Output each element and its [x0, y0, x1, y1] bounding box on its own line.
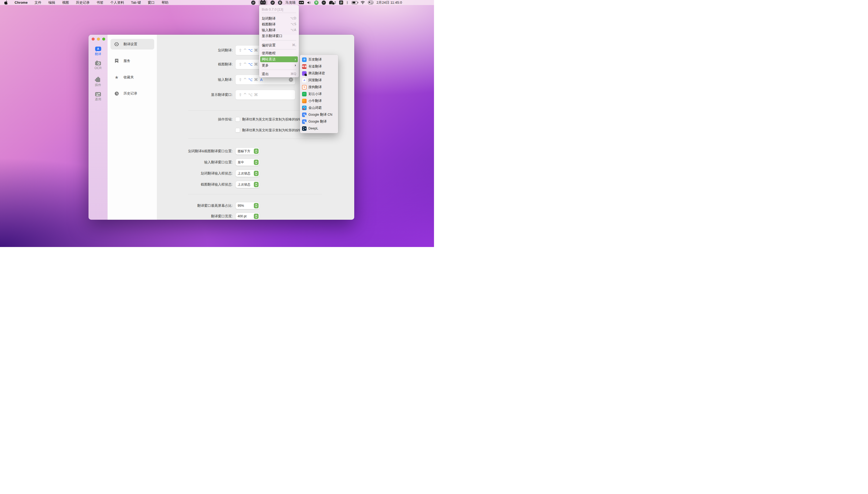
wechat-status[interactable]: 2 [329, 1, 336, 4]
control-center-icon[interactable] [368, 1, 373, 4]
shift-key-icon: ⇧ [239, 92, 242, 97]
sidebar-item-translate-settings[interactable]: 翻译设置 [110, 39, 154, 50]
ali-translate-icon: A [302, 78, 307, 82]
submenu-item-youdao[interactable]: 有道 有道翻译 [300, 63, 338, 70]
websites-submenu: 译 百度翻译 有道 有道翻译 腾讯翻译君 A 阿里翻译 S 搜狗翻译 ··· 彩… [300, 55, 338, 133]
caiyun-translate-icon: ··· [302, 92, 307, 96]
sidebar-item-favorites[interactable]: ★ 收藏夹 [110, 72, 154, 82]
pinyin-input-icon[interactable]: 拼 [339, 1, 343, 4]
sidebar-item-services[interactable]: 服务 [110, 56, 154, 66]
submenu-item-google[interactable]: G Google 翻译 [300, 118, 338, 125]
transfer-icon[interactable]: ⇄ [271, 1, 275, 5]
settings-gear-icon [114, 42, 119, 46]
niutrans-icon [302, 99, 307, 103]
submenu-chevron-icon: › [295, 56, 296, 62]
submenu-item-google-cn[interactable]: G Google 翻译 CN [300, 111, 338, 118]
clear-hotkey-button[interactable]: ✕ [289, 78, 293, 82]
menu-help[interactable]: 帮助 [162, 0, 168, 5]
hotkey-field-show-window[interactable]: ⇧ ^ ⌥ ⌘ [236, 90, 295, 99]
select-word-input-state[interactable]: 上次状态 [236, 170, 259, 177]
sidebar-item-history[interactable]: 历史记录 [110, 88, 154, 99]
menu-tab[interactable]: Tab 键 [131, 0, 141, 5]
desktop: Chrome 文件 编辑 视图 历史记录 书签 个人资料 Tab 键 窗口 帮助… [0, 0, 434, 247]
menu-item-tutorial[interactable]: 使用教程 [260, 50, 298, 56]
menu-file[interactable]: 文件 [34, 0, 41, 5]
submenu-item-deepl[interactable]: DeepL [300, 125, 338, 132]
youdao-translate-icon: 有道 [302, 64, 307, 69]
nav-tab-general[interactable]: 通用 [89, 92, 108, 102]
stepper-icon [254, 203, 259, 208]
control-key-icon: ^ [243, 77, 247, 82]
menu-history[interactable]: 历史记录 [76, 0, 90, 5]
label-popup-position: 划词翻译&截图翻译窗口位置: [157, 148, 233, 155]
sogou-translate-icon: S [302, 85, 307, 90]
b-app-icon[interactable]: B [278, 1, 282, 5]
shift-key-icon: ⇧ [239, 48, 242, 53]
wifi-icon[interactable] [361, 1, 365, 4]
checkbox-camel-copy[interactable] [236, 117, 240, 121]
bob-version-label: Bob 0.7.0 [13] [262, 7, 283, 12]
option-key-icon: ⌥ [248, 62, 253, 67]
nav-tab-plugins[interactable]: 插件 [89, 77, 108, 87]
select-popup-position[interactable]: 图标下方 [236, 148, 259, 155]
stepper-icon [254, 149, 259, 154]
select-screenshot-input-state[interactable]: 上次状态 [236, 181, 259, 188]
submenu-item-baidu[interactable]: 译 百度翻译 [300, 56, 338, 63]
notion-icon[interactable]: N [314, 1, 318, 5]
stepper-icon [254, 171, 259, 176]
bob-menubar-icon-active[interactable] [259, 0, 267, 5]
menu-item-translate-input[interactable]: 输入翻译 ⌥A [260, 27, 298, 33]
menu-bar: Chrome 文件 编辑 视图 历史记录 书签 个人资料 Tab 键 窗口 帮助… [0, 0, 434, 5]
close-button[interactable] [92, 38, 95, 40]
card-status-icon[interactable] [299, 1, 304, 4]
translate-bubble-icon: A [95, 46, 101, 51]
submenu-item-sogou[interactable]: S 搜狗翻译 [300, 84, 338, 91]
select-window-width[interactable]: 400 pt [236, 213, 259, 220]
iciba-icon [302, 106, 307, 110]
submenu-item-iciba[interactable]: 金山词霸 [300, 104, 338, 111]
label-max-screen-ratio: 翻译窗口最高屏幕占比: [157, 202, 233, 209]
submenu-item-niutrans[interactable]: 小牛翻译 [300, 97, 338, 104]
battery-icon[interactable] [352, 1, 357, 4]
menu-item-quit[interactable]: 退出 ⌘Q [260, 71, 298, 77]
chrome-profile-name[interactable]: 马克喵 [285, 0, 296, 5]
checkbox-snake-copy[interactable] [236, 128, 240, 132]
active-app-name[interactable]: Chrome [15, 1, 27, 4]
google-translate-icon: G [302, 113, 307, 117]
shift-key-icon: ⇧ [239, 77, 242, 82]
menu-item-translate-word[interactable]: 划词翻译 ⌥D [260, 16, 298, 21]
menu-window[interactable]: 窗口 [148, 0, 155, 5]
apple-logo-icon[interactable] [4, 1, 8, 5]
zoom-button[interactable] [102, 38, 105, 40]
minimize-button[interactable] [97, 38, 100, 40]
nav-tab-translate[interactable]: A 翻译 [89, 46, 108, 56]
option-key-icon: ⌥ [248, 77, 253, 82]
menu-item-preferences[interactable]: 偏好设置 ⌘, [260, 42, 298, 48]
shift-key-icon: ⇧ [239, 62, 242, 67]
menu-bookmarks[interactable]: 书签 [96, 0, 103, 5]
select-max-screen-ratio[interactable]: 95% [236, 202, 259, 209]
volume-icon[interactable] [307, 1, 311, 4]
menu-item-translate-screenshot[interactable]: 截图翻译 ⌥S [260, 21, 298, 27]
menu-bar-clock[interactable]: 2月24日 11:45:0 [376, 0, 402, 5]
menu-profiles[interactable]: 个人资料 [110, 0, 124, 5]
submenu-item-caiyun[interactable]: ··· 彩云小译 [300, 91, 338, 97]
menu-edit[interactable]: 编辑 [48, 0, 55, 5]
switch-app-icon[interactable]: ⇄ [251, 1, 255, 5]
label-action-buttons: 操作按钮: [157, 116, 233, 122]
submenu-item-tencent[interactable]: 腾讯翻译君 [300, 70, 338, 77]
menu-item-show-window[interactable]: 显示翻译窗口 [260, 33, 298, 39]
menu-item-websites[interactable]: 网站直达 › [260, 56, 298, 62]
star-icon: ★ [114, 75, 118, 80]
clock-icon [115, 92, 119, 96]
menu-item-more[interactable]: 更多 › [260, 62, 298, 68]
window-sidebar: 翻译设置 服务 ★ 收藏夹 历史记录 [108, 35, 157, 220]
menu-view[interactable]: 视图 [62, 0, 69, 5]
scissors-app-icon[interactable]: ✂ [322, 1, 326, 5]
select-input-window-position[interactable]: 居中 [236, 159, 259, 166]
submenu-item-ali[interactable]: A 阿里翻译 [300, 77, 338, 84]
nav-tab-ocr[interactable]: OCR [89, 61, 108, 70]
command-key-icon: ⌘ [254, 92, 258, 97]
bluetooth-icon[interactable]: ᛒ [346, 1, 348, 4]
command-key-icon: ⌘ [254, 77, 258, 82]
